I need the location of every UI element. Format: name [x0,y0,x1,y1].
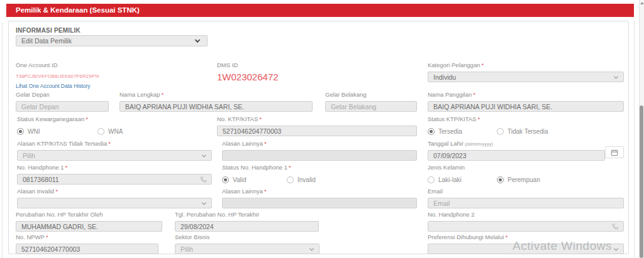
preferensi-dihubungi-label: Preferensi Dihubungi Melalui [428,234,504,240]
alasan-lainnya-2-label: Alasan Lainnya [222,188,263,195]
nama-panggilan-label: Nama Panggilan [428,91,472,98]
no-handphone-1-input[interactable]: 0817368011 [17,174,212,185]
sektor-bisnis-group: Sektor Bisnis Pilih [175,234,319,254]
scrollbar-up-arrow[interactable] [640,2,644,4]
radio-wni[interactable]: WNI [17,128,97,135]
no-ktp-kitas-group: No. KTP/KITAS* 5271046204770003 [217,116,417,136]
radio-tersedia[interactable]: Tersedia [428,128,497,135]
email-label: Email [428,188,624,195]
status-kewarganegaraan-label: Status Kewarganegaraan [17,116,84,122]
radio-icon [497,176,504,183]
status-ktp-kitas-label: Status KTP/KITAS [428,116,476,122]
alasan-lainnya-1-input[interactable] [222,150,417,161]
radio-invalid[interactable]: Invalid [287,176,316,183]
alasan-invalid-group: Alasan Invalid* [17,188,212,208]
no-npwp-input[interactable]: 5271046204770003 [16,244,158,254]
no-npwp-label: No. NPWP [16,234,45,240]
radio-icon [222,176,229,183]
date-picker-button[interactable] [605,146,624,158]
radio-icon [428,176,435,183]
kategori-pelanggan-group: Kategori Pelanggan* Individu [428,62,624,82]
kategori-pelanggan-select[interactable]: Individu [428,72,624,82]
one-account-id-label: One Account ID [16,62,99,68]
alasan-lainnya-2-input[interactable] [222,198,417,208]
email-input[interactable]: Email [428,198,624,208]
one-account-history-link[interactable]: Lihat One Account Data History [16,83,99,89]
alasan-ktp-group: Alasan KTP/KITAS Tidak Tersedia* Pilih [17,140,212,161]
radio-icon [428,128,435,135]
sektor-bisnis-select[interactable]: Pilih [175,244,319,254]
no-npwp-group: No. NPWP* 5271046204770003 [16,234,158,254]
gelar-depan-input[interactable]: Gelar Depan [16,101,109,112]
panel-title: Pemilik & Kendaraan (Sesuai STNK) [16,6,140,14]
radio-perempuan[interactable]: Perempuan [497,176,540,183]
radio-valid[interactable]: Valid [222,176,287,183]
tgl-perubahan-hp-label: Tgl. Perubahan No. HP Terakhir [175,211,319,218]
nama-panggilan-group: Nama Panggilan* BAIQ APRIANA PUJI WIDHIA… [428,91,624,112]
mode-select-group: Edit Data Pemilik [16,35,208,46]
tanggal-lahir-label: Tanggal Lahir [428,140,464,147]
perubahan-hp-oleh-label: Perubahan No. HP Terakhir Oleh [16,211,162,218]
radio-icon [287,176,294,183]
status-ktp-kitas-group: Status KTP/KITAS* Tersedia Tidak Tersedi… [428,116,548,135]
section-title: INFORMASI PEMILIK [16,27,80,34]
phone-icon [200,176,207,183]
owner-vehicle-form-screen: Pemilik & Kendaraan (Sesuai STNK) INFORM… [0,0,644,258]
alasan-invalid-select[interactable] [17,198,212,208]
nama-lengkap-group: Nama Lengkap* BAIQ APRIANA PUJI WIDHIA S… [119,91,313,112]
chevron-down-icon [309,246,314,250]
alasan-ktp-select[interactable]: Pilih [17,150,212,161]
status-no-handphone-1-label: Status No. Handphone 1 [222,164,287,171]
tanggal-lahir-input[interactable]: 07/09/2023 [428,150,605,161]
gelar-depan-group: Gelar Depan Gelar Depan [16,91,109,112]
scrollbar-thumb[interactable] [640,105,643,258]
status-no-handphone-1-group: Status No. Handphone 1* Valid Invalid [222,164,316,183]
perubahan-hp-oleh-input[interactable]: MUHAMMAD GADRI, SE. [16,221,162,232]
no-ktp-kitas-input[interactable]: 5271046204770003 [217,126,417,136]
nama-lengkap-input[interactable]: BAIQ APRIANA PUJI WIDHIA SARI, SE. [119,101,313,112]
activate-windows-watermark: Activate Windows [513,239,612,253]
gelar-depan-label: Gelar Depan [16,91,109,98]
no-handphone-2-group: No. Handphone 2 [428,211,624,232]
nama-lengkap-label: Nama Lengkap [119,91,160,98]
outer-left-border [2,23,3,258]
one-account-id-group: One Account ID T38PCJB/VKFOB6/JEK607P6RZ… [16,62,99,89]
no-ktp-kitas-label: No. KTP/KITAS [217,116,258,122]
mode-select[interactable]: Edit Data Pemilik [16,35,208,46]
alasan-ktp-label: Alasan KTP/KITAS Tidak Tersedia [17,140,107,147]
outer-right-border [634,21,635,258]
dms-id-value: 1W023026472 [217,72,279,82]
panel-header: Pemilik & Kendaraan (Sesuai STNK) [6,4,634,17]
nama-panggilan-input[interactable]: BAIQ APRIANA PUJI WIDHIA SARI, SE. [428,101,624,112]
chevron-down-icon [195,38,200,43]
phone-icon [612,223,619,230]
email-group: Email Email [428,188,624,208]
alasan-lainnya-1-group: Alasan Lainnya* [222,140,417,161]
radio-icon [17,128,24,135]
radio-tidak-tersedia[interactable]: Tidak Tersedia [497,128,548,135]
gelar-belakang-input[interactable]: Gelar Belakang [325,101,417,112]
no-handphone-2-input[interactable] [428,221,624,232]
radio-wna[interactable]: WNA [97,128,123,135]
kategori-pelanggan-label: Kategori Pelanggan [428,62,480,68]
chevron-down-icon [614,246,618,250]
radio-laki-laki[interactable]: Laki-laki [428,176,497,183]
tgl-perubahan-hp-group: Tgl. Perubahan No. HP Terakhir 29/08/202… [175,211,319,232]
dms-id-label: DMS ID [217,62,279,68]
radio-icon [97,128,104,135]
no-handphone-1-label: No. Handphone 1 [17,164,64,171]
perubahan-hp-oleh-group: Perubahan No. HP Terakhir Oleh MUHAMMAD … [16,211,162,232]
tanggal-lahir-group: Tanggal Lahir(dd/mm/yyyy) 07/09/2023 [428,140,605,161]
no-handphone-1-group: No. Handphone 1* 0817368011 [17,164,212,185]
gelar-belakang-group: Gelar Belakang Gelar Belakang [325,91,417,112]
jenis-kelamin-group: Jenis Kelamin Laki-laki Perempuan [428,164,540,183]
jenis-kelamin-label: Jenis Kelamin [428,164,540,171]
alasan-invalid-label: Alasan Invalid [17,188,54,195]
alasan-lainnya-1-label: Alasan Lainnya [222,140,263,147]
tgl-perubahan-hp-input[interactable]: 29/08/2024 [175,221,319,232]
chevron-down-icon [614,74,618,78]
chevron-down-icon [202,200,206,205]
no-handphone-2-label: No. Handphone 2 [428,211,624,218]
chevron-down-icon [202,153,206,157]
gelar-belakang-label: Gelar Belakang [325,91,417,98]
